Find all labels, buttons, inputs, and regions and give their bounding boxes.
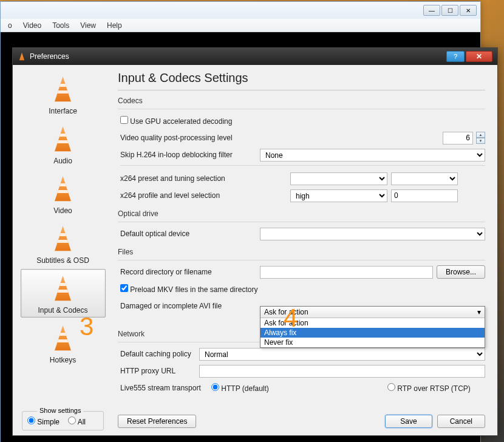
chevron-down-icon: ▾ — [477, 308, 481, 316]
field-label: HTTP proxy URL — [120, 367, 199, 375]
main-panel: Input & Codecs Settings Codecs Use GPU a… — [113, 65, 497, 435]
footer: Reset Preferences Save Cancel — [118, 410, 485, 428]
show-settings-legend: Show settings — [37, 407, 83, 414]
field-label: x264 profile and level selection — [120, 191, 290, 200]
maximize-button[interactable]: ☐ — [441, 5, 458, 16]
preferences-window: Preferences ? ✕ Interface Audio Video Su… — [12, 47, 498, 436]
field-label: Default caching policy — [120, 350, 199, 358]
sidebar-item-interface[interactable]: Interface — [21, 70, 106, 118]
field-label: Damaged or incomplete AVI file — [120, 302, 260, 310]
menu-item[interactable]: Help — [102, 19, 127, 32]
menu-item[interactable]: Video — [18, 19, 46, 32]
sidebar-item-label: Input & Codecs — [22, 306, 104, 314]
cancel-button[interactable]: Cancel — [437, 415, 485, 428]
group-optical: Optical drive Default optical device — [118, 209, 485, 240]
input-proxy-url[interactable] — [199, 365, 485, 378]
close-button[interactable]: ✕ — [466, 51, 492, 62]
menu-item[interactable]: Tools — [47, 19, 74, 32]
bg-menu: o Video Tools View Help — [1, 19, 480, 32]
select-skip-filter[interactable]: None — [260, 149, 485, 162]
option-ask[interactable]: Ask for action — [261, 318, 485, 328]
reset-button[interactable]: Reset Preferences — [118, 415, 196, 428]
minimize-button[interactable]: — — [423, 5, 440, 16]
sidebar-item-label: Hotkeys — [22, 356, 104, 364]
field-label: Skip H.264 in-loop deblocking filter — [120, 151, 260, 159]
group-title: Optical drive — [118, 209, 485, 218]
spinner-video-quality[interactable] — [443, 132, 473, 144]
sidebar-item-video[interactable]: Video — [21, 169, 106, 218]
cone-icon — [50, 325, 76, 352]
help-button[interactable]: ? — [446, 51, 465, 62]
sidebar-item-label: Subtitles & OSD — [22, 256, 104, 265]
bg-titlebar: — ☐ ✕ — [1, 2, 480, 19]
close-button[interactable]: ✕ — [460, 5, 477, 16]
spinner-buttons[interactable]: ▲▼ — [476, 132, 485, 144]
selected-value: Ask for action — [264, 308, 308, 316]
checkbox-gpu[interactable] — [120, 116, 128, 124]
checkbox-label: Use GPU accelerated decoding — [130, 117, 232, 126]
radio-simple[interactable]: Simple — [27, 416, 60, 426]
group-title: Codecs — [118, 97, 485, 105]
group-title: Files — [118, 248, 485, 256]
sidebar-item-audio[interactable]: Audio — [21, 120, 106, 168]
field-label: x264 preset and tuning selection — [120, 174, 290, 183]
radio-rtp[interactable]: RTP over RTSP (TCP) — [387, 383, 497, 393]
cone-icon — [50, 76, 76, 103]
option-never-fix[interactable]: Never fix — [261, 338, 485, 347]
sidebar-item-input-codecs[interactable]: Input & Codecs — [21, 269, 106, 318]
option-always-fix[interactable]: Always fix — [261, 328, 485, 338]
menu-item[interactable]: View — [75, 19, 101, 32]
save-button[interactable]: Save — [385, 415, 432, 428]
browse-button[interactable]: Browse... — [437, 265, 485, 279]
cone-icon — [50, 175, 76, 202]
checkbox-label: Preload MKV files in the same directory — [130, 285, 257, 294]
pref-titlebar: Preferences ? ✕ — [13, 48, 497, 65]
sidebar-item-label: Video — [22, 206, 104, 215]
select-x264-tuning[interactable] — [391, 172, 458, 185]
select-avi-expanded[interactable]: Ask for action ▾ Ask for action Always f… — [260, 306, 485, 348]
field-label: Video quality post-processing level — [120, 134, 260, 142]
field-label: Default optical device — [120, 229, 260, 238]
page-title: Input & Codecs Settings — [118, 71, 485, 85]
app-icon — [18, 52, 26, 61]
input-record-path[interactable] — [260, 266, 433, 279]
sidebar-item-hotkeys[interactable]: Hotkeys — [21, 319, 106, 367]
select-x264-profile[interactable]: high — [290, 189, 387, 202]
group-files: Files Record directory or filename Brows… — [118, 248, 485, 313]
sidebar-item-label: Audio — [22, 157, 104, 165]
radio-http[interactable]: HTTP (default) — [211, 383, 351, 393]
select-optical-device[interactable] — [260, 228, 485, 240]
select-x264-preset[interactable] — [290, 172, 387, 185]
menu-item[interactable]: o — [3, 19, 17, 32]
cone-icon — [50, 275, 76, 302]
field-label: Record directory or filename — [120, 268, 260, 276]
field-label: Live555 stream transport — [120, 384, 211, 392]
category-sidebar: Interface Audio Video Subtitles & OSD In… — [13, 65, 113, 435]
window-title: Preferences — [30, 52, 69, 61]
group-codecs: Codecs Use GPU accelerated decoding Vide… — [118, 97, 485, 202]
radio-all[interactable]: All — [68, 416, 86, 426]
select-caching[interactable]: Normal — [199, 348, 485, 361]
sidebar-item-subtitles[interactable]: Subtitles & OSD — [21, 219, 106, 268]
show-settings-group: Show settings Simple All — [22, 411, 104, 430]
cone-icon — [50, 225, 76, 252]
sidebar-item-label: Interface — [22, 107, 104, 115]
checkbox-preload-mkv[interactable] — [120, 284, 128, 292]
cone-icon — [50, 126, 76, 152]
input-x264-level[interactable] — [391, 189, 458, 202]
